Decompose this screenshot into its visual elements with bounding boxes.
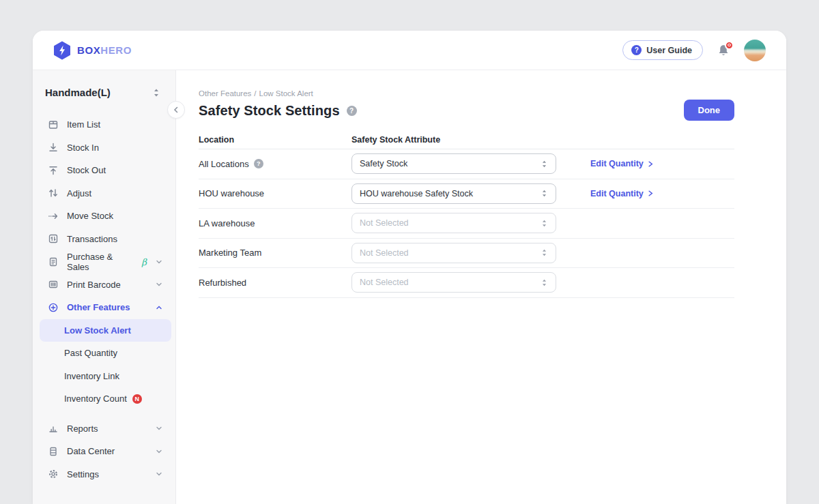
- edit-quantity-link[interactable]: Edit Quantity: [590, 159, 654, 168]
- select-caret-icon: [541, 219, 548, 228]
- plus-circle-icon: [48, 302, 59, 313]
- sidebar-item-label: Data Center: [67, 446, 115, 456]
- sidebar-item-move-stock[interactable]: Move Stock: [40, 205, 171, 228]
- sidebar-item-label: Print Barcode: [67, 280, 121, 290]
- sidebar-item-print-barcode[interactable]: Print Barcode: [40, 273, 171, 297]
- chevron-up-icon: [155, 303, 163, 312]
- user-avatar[interactable]: [744, 40, 766, 61]
- workspace-name: Handmade(L): [45, 87, 111, 98]
- chevron-right-icon: [647, 160, 654, 168]
- table-header: Location Safety Stock Attribute: [199, 130, 734, 149]
- location-help-icon[interactable]: ?: [254, 159, 263, 168]
- sidebar-item-settings[interactable]: Settings: [40, 463, 171, 486]
- sidebar-subitem-inventory-link[interactable]: Inventory Link: [40, 365, 171, 388]
- brand-text: BOXHERO: [77, 44, 132, 56]
- edit-quantity-link[interactable]: Edit Quantity: [590, 189, 654, 198]
- attribute-select[interactable]: Not Selected: [351, 213, 556, 233]
- safety-stock-table: Location Safety Stock Attribute All Loca…: [199, 130, 734, 298]
- transactions-icon: [48, 233, 59, 244]
- column-header-attribute: Safety Stock Attribute: [351, 135, 440, 145]
- notifications-button[interactable]: [717, 44, 730, 57]
- chevron-right-icon: [647, 190, 654, 197]
- boxhero-logo-icon: [53, 41, 71, 60]
- sidebar-subitem-label: Inventory Count: [64, 394, 127, 404]
- help-icon: ?: [631, 45, 642, 55]
- sidebar-subitem-label: Inventory Link: [64, 371, 119, 381]
- stock-in-icon: [48, 142, 59, 153]
- sidebar-item-stock-out[interactable]: Stock Out: [40, 159, 171, 182]
- database-icon: [48, 446, 59, 457]
- title-help-icon[interactable]: ?: [347, 106, 357, 116]
- move-stock-icon: [48, 211, 59, 222]
- sidebar-item-label: Purchase & Sales: [67, 252, 132, 272]
- attribute-select[interactable]: Not Selected: [351, 272, 556, 293]
- top-bar: BOXHERO ? User Guide: [33, 31, 786, 70]
- page-title: Safety Stock Settings: [199, 103, 340, 119]
- barcode-icon: [48, 279, 59, 290]
- app-window: BOXHERO ? User Guide Ha: [33, 31, 786, 504]
- sidebar-item-purchase-sales[interactable]: Purchase & Sales β: [40, 250, 171, 273]
- location-label: Marketing Team: [199, 248, 261, 258]
- sidebar-collapse-button[interactable]: [167, 101, 185, 119]
- done-button[interactable]: Done: [684, 100, 735, 121]
- workspace-switch-icon: [152, 88, 160, 98]
- chevron-down-icon: [155, 447, 163, 456]
- sidebar-item-adjust[interactable]: Adjust: [40, 182, 171, 205]
- select-caret-icon: [541, 189, 548, 198]
- chevron-down-icon: [155, 424, 163, 432]
- notification-badge: [725, 41, 734, 50]
- chevron-down-icon: [155, 258, 163, 266]
- sidebar-item-label: Stock In: [67, 143, 99, 153]
- table-row: All Locations ? Safety Stock Edit Quanti…: [199, 149, 734, 179]
- sidebar-item-label: Item List: [67, 119, 100, 130]
- breadcrumb: Other Features/Low Stock Alert: [199, 89, 734, 98]
- sidebar-item-other-features[interactable]: Other Features: [40, 296, 171, 319]
- sidebar-item-label: Stock Out: [67, 165, 106, 175]
- sidebar-subitem-label: Low Stock Alert: [64, 325, 131, 336]
- select-caret-icon: [541, 248, 548, 257]
- chevron-down-icon: [155, 280, 163, 288]
- adjust-icon: [48, 188, 59, 198]
- select-caret-icon: [541, 278, 548, 287]
- location-label: All Locations: [199, 159, 249, 169]
- sidebar: Handmade(L) Item List Stock In: [33, 70, 176, 504]
- breadcrumb-parent[interactable]: Other Features: [199, 89, 251, 98]
- sidebar-item-label: Move Stock: [67, 211, 113, 221]
- sidebar-item-item-list[interactable]: Item List: [40, 113, 171, 136]
- user-guide-button[interactable]: ? User Guide: [622, 40, 703, 60]
- new-badge: N: [132, 394, 142, 404]
- sidebar-item-data-center[interactable]: Data Center: [40, 440, 171, 463]
- sidebar-item-transactions[interactable]: Transactions: [40, 228, 171, 251]
- sidebar-subitem-low-stock-alert[interactable]: Low Stock Alert: [40, 319, 171, 342]
- chevron-down-icon: [155, 470, 163, 478]
- sidebar-item-stock-in[interactable]: Stock In: [40, 136, 171, 160]
- sidebar-item-label: Other Features: [67, 302, 130, 312]
- sidebar-item-label: Settings: [67, 469, 99, 479]
- location-label: HOU warehouse: [199, 188, 264, 198]
- attribute-select[interactable]: Not Selected: [351, 243, 556, 263]
- sidebar-subitem-past-quantity[interactable]: Past Quantity: [40, 342, 171, 365]
- sidebar-item-label: Adjust: [67, 188, 91, 198]
- workspace-selector[interactable]: Handmade(L): [33, 70, 175, 112]
- sidebar-subitem-label: Past Quantity: [64, 348, 117, 358]
- sidebar-item-label: Reports: [67, 424, 98, 434]
- gear-icon: [48, 469, 59, 479]
- attribute-select[interactable]: Safety Stock: [351, 153, 556, 174]
- box-icon: [48, 119, 59, 130]
- bar-chart-icon: [48, 423, 59, 434]
- user-guide-label: User Guide: [646, 46, 692, 55]
- select-caret-icon: [541, 160, 548, 168]
- table-row: LA warehouse Not Selected: [199, 209, 734, 239]
- column-header-location: Location: [199, 135, 351, 145]
- beta-badge: β: [141, 256, 147, 267]
- table-row: Marketing Team Not Selected: [199, 239, 734, 269]
- stock-out-icon: [48, 165, 59, 176]
- sidebar-item-reports[interactable]: Reports: [40, 417, 171, 441]
- boxhero-logo[interactable]: BOXHERO: [53, 41, 132, 60]
- table-row: HOU warehouse HOU warehouse Safety Stock…: [199, 179, 734, 209]
- sidebar-subitem-inventory-count[interactable]: Inventory Count N: [40, 387, 171, 411]
- sidebar-item-label: Transactions: [67, 234, 117, 244]
- attribute-select[interactable]: HOU warehouse Safety Stock: [351, 183, 556, 204]
- table-row: Refurbished Not Selected: [199, 268, 734, 298]
- location-label: LA warehouse: [199, 218, 255, 228]
